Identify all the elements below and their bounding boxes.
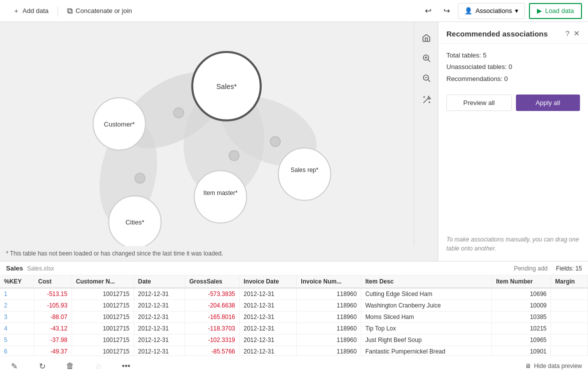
col-item-desc: Item Desc — [361, 276, 491, 288]
col-gross-sales: GrossSales — [185, 276, 240, 288]
svg-point-16 — [278, 148, 331, 200]
table-row: 2-105.93100127152012-12-31-204.66382012-… — [0, 300, 588, 312]
panel-actions: Preview all Apply all — [438, 90, 588, 119]
col-date: Date — [134, 276, 185, 288]
table-row: 4-43.12100127152012-12-31-118.37032012-1… — [0, 323, 588, 334]
add-icon: ＋ — [13, 6, 20, 16]
col-key: %KEY — [0, 276, 34, 288]
main-toolbar: ＋ Add data ⧉ Concatenate or join ↩ ↪ 👤 A… — [0, 0, 588, 22]
chevron-down-icon: ▾ — [515, 7, 518, 14]
svg-text:Sales rep*: Sales rep* — [291, 166, 319, 174]
zoom-in-button[interactable] — [418, 50, 434, 66]
preview-file-name: Sales.xlsx — [27, 265, 54, 272]
panel-stats: Total tables: 5 Unassociated tables: 0 R… — [438, 44, 588, 90]
table-row: 1-513.15100127152012-12-31-573.38352012-… — [0, 288, 588, 300]
main-area: Sales* Customer* Item master* Cities* Sa… — [0, 22, 588, 261]
toolbar-right: ↩ ↪ 👤 Associations ▾ ▶ Load data — [421, 0, 582, 22]
zoom-out-button[interactable] — [418, 70, 434, 86]
table-row: 3-88.07100127152012-12-31-165.80162012-1… — [0, 312, 588, 323]
concatenate-join-button[interactable]: ⧉ Concatenate or join — [60, 0, 139, 22]
redo-button[interactable]: ↪ — [439, 0, 454, 22]
svg-point-5 — [229, 150, 239, 160]
svg-point-7 — [270, 136, 280, 146]
more-button[interactable]: ••• — [118, 359, 134, 373]
preview-all-button[interactable]: Preview all — [446, 94, 512, 111]
associations-button[interactable]: 👤 Associations ▾ — [458, 3, 525, 19]
preview-meta: Pending add Fields: 15 — [514, 265, 582, 272]
preview-footer: ✎ ↻ 🗑 ⊘ ••• 🖥 Hide data preview — [0, 356, 588, 376]
svg-text:Item master*: Item master* — [203, 190, 238, 196]
preview-table-wrap[interactable]: %KEY Cost Customer N... Date GrossSales … — [0, 276, 588, 356]
table-header-row: %KEY Cost Customer N... Date GrossSales … — [0, 276, 588, 288]
svg-point-4 — [174, 108, 184, 118]
data-preview: Sales Sales.xlsx Pending add Fields: 15 … — [0, 261, 588, 376]
filter-button[interactable]: ⊘ — [90, 359, 106, 373]
person-icon: 👤 — [464, 7, 472, 14]
monitor-icon: 🖥 — [525, 362, 531, 370]
redo-icon: ↪ — [443, 6, 450, 16]
col-margin: Margin — [551, 276, 588, 288]
recommendations-row: Recommendations: 0 — [446, 73, 580, 84]
refresh-button[interactable]: ↻ — [34, 359, 50, 373]
load-data-button[interactable]: ▶ Load data — [529, 3, 582, 19]
preview-table: %KEY Cost Customer N... Date GrossSales … — [0, 276, 588, 356]
hide-preview-button[interactable]: 🖥 Hide data preview — [525, 362, 582, 370]
toolbar-divider — [58, 6, 58, 16]
canvas-note: * This table has not been loaded or has … — [0, 246, 438, 261]
undo-icon: ↩ — [425, 6, 431, 16]
apply-all-button[interactable]: Apply all — [516, 94, 580, 111]
play-icon: ▶ — [537, 7, 542, 14]
delete-button[interactable]: 🗑 — [62, 359, 78, 373]
preview-table-name: Sales — [6, 264, 23, 272]
concat-icon: ⧉ — [67, 6, 73, 16]
home-tool-button[interactable] — [418, 30, 434, 46]
svg-line-25 — [423, 98, 428, 103]
svg-point-6 — [135, 173, 145, 183]
edit-button[interactable]: ✎ — [6, 359, 22, 373]
right-panel: Recommended associations ? ✕ Total table… — [438, 22, 588, 261]
col-invoice-date: Invoice Date — [239, 276, 297, 288]
svg-text:Sales*: Sales* — [216, 82, 237, 90]
panel-hint: To make associations manually, you can d… — [438, 227, 588, 261]
svg-line-19 — [428, 60, 430, 62]
unassociated-row: Unassociated tables: 0 — [446, 61, 580, 72]
col-cost: Cost — [34, 276, 72, 288]
table-row: 5-37.98100127152012-12-31-102.33192012-1… — [0, 334, 588, 346]
close-icon[interactable]: ✕ — [573, 29, 580, 38]
panel-header: Recommended associations ? ✕ — [438, 22, 588, 44]
add-data-button[interactable]: ＋ Add data — [6, 0, 56, 22]
graph-svg: Sales* Customer* Item master* Cities* Sa… — [0, 22, 438, 261]
col-item-number: Item Number — [492, 276, 551, 288]
svg-text:Cities*: Cities* — [126, 218, 145, 226]
svg-point-12 — [194, 170, 247, 223]
fields-count: Fields: 15 — [556, 265, 582, 272]
svg-line-23 — [428, 80, 430, 82]
panel-title: Recommended associations — [446, 30, 548, 38]
magic-wand-button[interactable] — [418, 92, 434, 108]
total-tables-row: Total tables: 5 — [446, 50, 580, 61]
table-row: 6-49.37100127152012-12-31-85.57662012-12… — [0, 346, 588, 356]
canvas-area[interactable]: Sales* Customer* Item master* Cities* Sa… — [0, 22, 438, 261]
col-invoice-num: Invoice Num... — [297, 276, 361, 288]
col-customer-n: Customer N... — [72, 276, 134, 288]
svg-text:Customer*: Customer* — [104, 120, 135, 128]
pending-status: Pending add — [514, 265, 547, 272]
preview-header: Sales Sales.xlsx Pending add Fields: 15 — [0, 262, 588, 276]
panel-header-icons: ? ✕ — [565, 29, 580, 38]
undo-button[interactable]: ↩ — [421, 0, 435, 22]
help-icon[interactable]: ? — [565, 29, 569, 38]
